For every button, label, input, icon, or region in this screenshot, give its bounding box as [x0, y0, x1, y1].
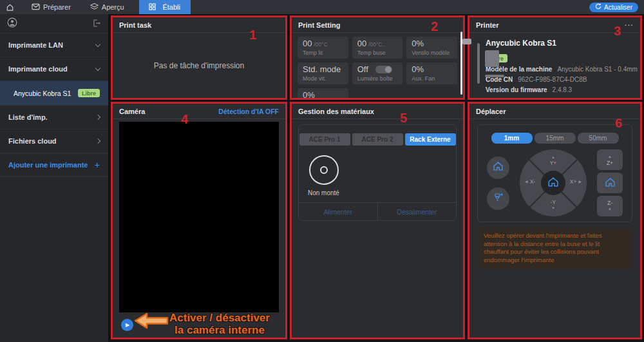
- box-light-toggle[interactable]: [375, 66, 392, 73]
- tab-ace-pro-2[interactable]: ACE Pro 2: [352, 133, 403, 146]
- play-icon: ▶: [126, 322, 129, 328]
- feed-button[interactable]: Alimenter: [299, 203, 378, 220]
- refresh-button[interactable]: Actualiser: [589, 3, 638, 12]
- move-title: Déplacer: [476, 108, 506, 115]
- jog-left-buttons: [487, 157, 509, 210]
- sidebar-item-lan-printer[interactable]: Imprimante LAN: [0, 33, 108, 57]
- tab-workbench[interactable]: Établi: [139, 0, 191, 14]
- home-all-button[interactable]: [487, 157, 509, 179]
- chevron-right-icon: [95, 115, 100, 120]
- toggle-knob: [385, 66, 392, 73]
- home-icon[interactable]: [6, 3, 14, 12]
- jog-x-minus[interactable]: ◀ X-: [525, 179, 535, 185]
- sidebar-item-cloud-files[interactable]: Fichiers cloud: [0, 129, 108, 153]
- jog-z-plus[interactable]: ▲ Z+: [597, 149, 623, 170]
- z-controls: ▲ Z+ Z- ▼: [597, 149, 623, 216]
- triangle-right-icon: ▶: [578, 179, 582, 185]
- home-xy-button[interactable]: [541, 171, 565, 195]
- user-avatar-icon[interactable]: [7, 17, 17, 30]
- logout-icon[interactable]: [93, 18, 101, 30]
- sidebar-item-cloud-label: Imprimante cloud: [8, 65, 68, 73]
- speed-mode-card[interactable]: Std. mode Mode vit.: [298, 62, 348, 84]
- firmware-label: Version du firmware: [486, 86, 547, 93]
- step-15mm[interactable]: 15mm: [535, 133, 576, 144]
- materials-tabs: ACE Pro 1 ACE Pro 2 Rack Externe: [299, 133, 456, 146]
- speed-mode-label: Mode vit.: [303, 75, 343, 82]
- bed-temp-card[interactable]: 00/00°C Temp lit: [298, 37, 348, 59]
- step-50mm[interactable]: 50mm: [578, 133, 619, 144]
- x-minus-label: X-: [530, 179, 536, 185]
- camera-play-button[interactable]: ▶: [121, 319, 133, 331]
- y-plus-label: Y+: [520, 160, 587, 166]
- printer-body: Anycubic Kobra S1 Libre Modèle de la mac…: [469, 33, 640, 99]
- sidebar-user-row: [0, 14, 108, 33]
- layers-icon: [90, 3, 99, 12]
- materials-title: Gestion des matériaux: [298, 108, 374, 115]
- tab-prepare[interactable]: Préparer: [22, 0, 80, 14]
- printer-title: Printer: [476, 21, 498, 29]
- print-task-title: Print task: [119, 21, 151, 29]
- jog-y-plus[interactable]: ▲ Y+: [520, 155, 587, 166]
- nozzle-temp-label: Temp buse: [357, 50, 398, 56]
- jog-y-minus[interactable]: -Y ▼: [520, 200, 587, 211]
- tab-ace-pro-1[interactable]: ACE Pro 1: [299, 133, 350, 146]
- speed-mode-value: Std. mode: [303, 64, 341, 74]
- print-setting-grid: 00/00°C Temp lit 00/00°C.. Temp buse 0% …: [292, 33, 463, 98]
- sidebar-item-print-list[interactable]: Liste d'imp.: [0, 106, 108, 129]
- sidebar-item-cloud-printer[interactable]: Imprimante cloud: [0, 57, 108, 81]
- home-icon: [605, 178, 615, 188]
- add-printer-button[interactable]: Ajouter une imprimante +: [0, 153, 108, 177]
- top-bar: Préparer Aperçu Établi Actualiser: [0, 0, 644, 14]
- extra-card-value: 0%: [303, 90, 315, 98]
- jog-x-plus[interactable]: X+ ▶: [570, 179, 582, 185]
- camera-viewport: [119, 122, 279, 312]
- annotation-number-3: 3: [614, 24, 621, 39]
- nozzle-temp-value: 00: [357, 39, 366, 48]
- sidebar-item-printer-kobra-s1[interactable]: Anycubic Kobra S1 Libre: [0, 81, 108, 106]
- triangle-left-icon: ◀: [525, 179, 528, 185]
- triangle-up-icon: ▲: [608, 154, 612, 160]
- nozzle-temp-target: /00°C..: [368, 41, 385, 48]
- bed-temp-label: Temp lit: [303, 50, 343, 56]
- camera-title: Caméra: [119, 108, 145, 115]
- cn-code-value: 962C-F985-87C4-DC8B: [518, 76, 587, 83]
- unload-button[interactable]: Désalimenter: [378, 203, 457, 220]
- materials-panel: Gestion des matériaux ACE Pro 1 ACE Pro …: [290, 102, 465, 339]
- annotation-number-1: 1: [249, 28, 256, 43]
- chevron-down-icon: [95, 65, 100, 70]
- sidebar-item-print-list-label: Liste d'imp.: [8, 113, 48, 121]
- home-z-button[interactable]: [597, 173, 623, 193]
- home-icon: [548, 177, 558, 189]
- filament-spool-icon[interactable]: [309, 155, 339, 185]
- print-setting-panel: Print Setting 00/00°C Temp lit 00/00°C..…: [290, 15, 465, 100]
- add-printer-label: Ajouter une imprimante: [8, 161, 88, 169]
- grid-icon: [149, 3, 156, 12]
- jog-z-minus[interactable]: Z- ▼: [597, 196, 623, 216]
- more-icon[interactable]: ···: [625, 21, 634, 29]
- model-fan-card[interactable]: 0% Ventilo modèle: [406, 37, 457, 59]
- ai-detection-toggle[interactable]: Détection d'IA OFF: [218, 108, 279, 115]
- move-warning-text: Veuillez opérer devant l'imprimante et f…: [477, 227, 632, 269]
- y-minus-label: -Y: [520, 200, 587, 205]
- extra-card[interactable]: 0%: [298, 88, 348, 98]
- tab-preview[interactable]: Aperçu: [80, 0, 134, 14]
- print-task-panel: Print task Pas de tâche d'impression 1: [111, 15, 287, 100]
- firmware-value: 2.4.8.3: [553, 86, 573, 93]
- plus-icon: +: [95, 160, 100, 170]
- model-fan-label: Ventilo modèle: [412, 50, 452, 56]
- extrude-button[interactable]: [487, 187, 509, 210]
- move-box: 1mm 15mm 50mm ▲: [477, 124, 632, 222]
- step-1mm[interactable]: 1mm: [491, 133, 533, 144]
- annotation-number-2: 2: [431, 19, 438, 34]
- sidebar: Imprimante LAN Imprimante cloud Anycubic…: [0, 14, 108, 342]
- printer-info: Anycubic Kobra S1 Libre Modèle de la mac…: [486, 39, 638, 93]
- z-minus-label: Z-: [607, 200, 612, 206]
- nozzle-temp-card[interactable]: 00/00°C.. Temp buse: [352, 37, 403, 59]
- model-value: Anycubic Kobra S1 - 0.4mm: [557, 66, 638, 73]
- tab-external-rack[interactable]: Rack Externe: [405, 133, 456, 146]
- home-icon: [493, 162, 503, 173]
- tab-prepare-label: Préparer: [43, 3, 71, 11]
- camera-panel: Caméra Détection d'IA OFF ▶ Activer / dé…: [111, 102, 287, 339]
- aux-fan-card[interactable]: 0% Aux. Fan: [406, 62, 457, 84]
- box-light-card: Off Lumière boîte: [352, 62, 403, 84]
